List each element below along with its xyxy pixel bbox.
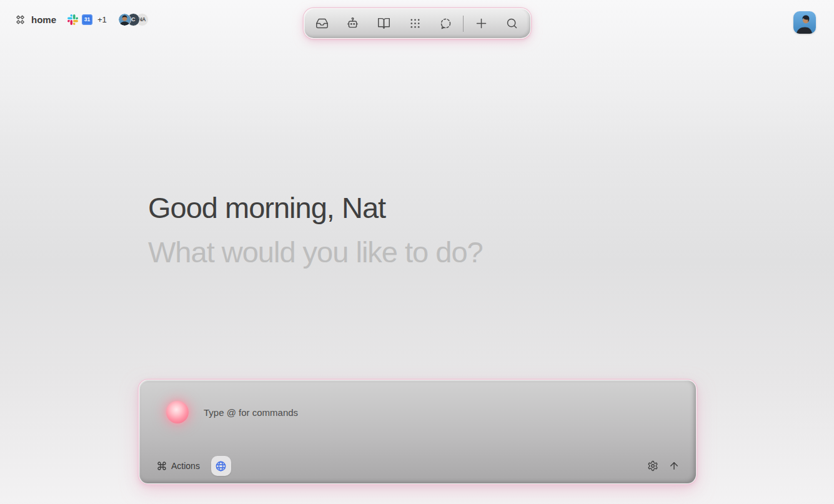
sync-button[interactable] xyxy=(430,11,462,37)
greeting: Good morning, Nat xyxy=(148,193,483,222)
search-icon xyxy=(505,17,519,30)
diamonds-grid-icon xyxy=(15,14,26,25)
member-avatar-photo xyxy=(118,13,131,26)
center-toolbar xyxy=(304,8,531,39)
robot-icon xyxy=(346,17,359,30)
calendar-day: 31 xyxy=(84,16,90,22)
sync-loop-icon xyxy=(439,17,452,30)
web-toggle-button[interactable] xyxy=(211,456,231,476)
assistant-button[interactable] xyxy=(337,11,369,37)
plus-icon xyxy=(475,17,488,30)
inbox-button[interactable] xyxy=(307,11,338,37)
actions-label: Actions xyxy=(171,461,200,471)
slack-icon xyxy=(67,14,78,25)
profile-avatar[interactable] xyxy=(793,11,816,34)
library-button[interactable] xyxy=(369,11,400,37)
integrations-overflow-count: +1 xyxy=(97,15,107,24)
google-calendar-icon: 31 xyxy=(82,14,92,25)
search-button[interactable] xyxy=(497,11,528,37)
prompt: What would you like to do? xyxy=(148,237,483,267)
integrations-group[interactable]: 31 +1 xyxy=(67,14,107,25)
apps-grid-icon xyxy=(409,17,422,30)
globe-icon xyxy=(215,460,227,472)
inbox-icon xyxy=(315,17,329,30)
workspace-home[interactable]: home xyxy=(15,14,56,25)
toolbar-divider xyxy=(463,16,464,32)
book-open-icon xyxy=(377,17,390,30)
arrow-up-icon xyxy=(668,460,680,472)
ai-orb xyxy=(166,401,189,423)
top-bar: home 31 +1 xyxy=(0,0,834,39)
add-button[interactable] xyxy=(465,11,497,37)
hero-section: Good morning, Nat What would you like to… xyxy=(148,193,483,267)
home-label: home xyxy=(31,14,56,25)
gear-icon xyxy=(647,460,658,472)
profile-avatar-photo xyxy=(793,11,816,34)
send-button[interactable] xyxy=(663,456,685,476)
member-avatars[interactable]: C NA xyxy=(118,13,149,26)
settings-button[interactable] xyxy=(642,456,663,476)
apps-button[interactable] xyxy=(399,11,430,37)
actions-button[interactable]: Actions xyxy=(152,457,205,475)
command-composer[interactable]: Type @ for commands Actions xyxy=(139,380,697,484)
command-input[interactable]: Type @ for commands xyxy=(204,407,298,418)
command-icon xyxy=(157,461,167,471)
